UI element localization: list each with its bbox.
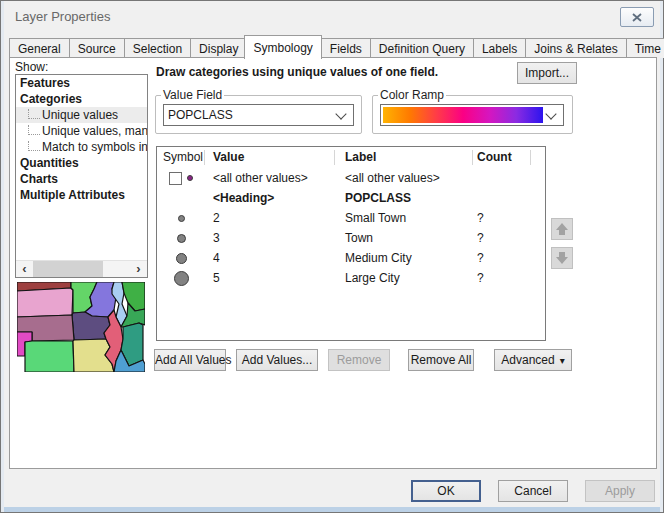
value-cell: 5	[205, 271, 335, 285]
tree-item-label: Quantities	[20, 156, 79, 170]
remove-button[interactable]: Remove	[328, 349, 390, 371]
values-table-row[interactable]: 4Medium City?	[157, 248, 545, 268]
point-symbol-swatch[interactable]	[177, 234, 186, 243]
tab-labels[interactable]: Labels	[473, 38, 526, 58]
show-item-match-to-symbols-in-a[interactable]: Match to symbols in a	[16, 139, 147, 155]
values-table-row[interactable]: 2Small Town?	[157, 208, 545, 228]
close-button[interactable]	[620, 7, 654, 27]
layer-preview-map	[17, 282, 145, 372]
tree-branch-icon	[28, 125, 40, 135]
label-cell: POPCLASS	[335, 191, 473, 205]
dropdown-arrow-icon: ▾	[560, 355, 565, 366]
tree-item-label: Unique values, many	[42, 124, 147, 138]
show-item-features[interactable]: Features	[16, 75, 147, 91]
tree-horizontal-scrollbar[interactable]: ‹ ›	[16, 260, 147, 277]
color-ramp-combobox[interactable]	[380, 104, 564, 126]
point-symbol-swatch[interactable]	[178, 215, 185, 222]
value-cell: 3	[205, 231, 335, 245]
tab-strip: GeneralSourceSelectionDisplaySymbologyFi…	[9, 34, 655, 58]
symbol-cell	[157, 234, 205, 243]
title-bar[interactable]: Layer Properties	[5, 1, 659, 31]
symbol-cell	[157, 271, 205, 286]
move-down-button[interactable]	[551, 247, 573, 269]
show-tree-list: FeaturesCategoriesUnique valuesUnique va…	[15, 74, 148, 278]
map-region-michigan	[122, 282, 145, 311]
show-item-categories[interactable]: Categories	[16, 91, 147, 107]
show-item-quantities[interactable]: Quantities	[16, 155, 147, 171]
show-item-multiple-attributes[interactable]: Multiple Attributes	[16, 187, 147, 203]
point-symbol-swatch[interactable]	[174, 271, 189, 286]
tree-branch-icon	[28, 141, 40, 151]
tab-definition-query[interactable]: Definition Query	[370, 38, 474, 58]
tab-selection[interactable]: Selection	[124, 38, 191, 58]
show-item-charts[interactable]: Charts	[16, 171, 147, 187]
value-cell: 4	[205, 251, 335, 265]
tab-display[interactable]: Display	[190, 38, 247, 58]
close-icon	[632, 13, 642, 22]
value-cell: <Heading>	[205, 191, 335, 205]
remove-all-button[interactable]: Remove All	[408, 349, 474, 371]
value-field-legend: Value Field	[161, 88, 224, 102]
apply-button[interactable]: Apply	[585, 480, 655, 502]
scrollbar-track[interactable]	[33, 261, 130, 277]
color-ramp-swatch	[383, 107, 543, 123]
page-heading: Draw categories using unique values of o…	[156, 65, 506, 79]
tree-item-label: Multiple Attributes	[20, 188, 125, 202]
show-item-unique-values[interactable]: Unique values	[16, 107, 147, 123]
map-region-kansas	[25, 341, 74, 372]
tab-joins-relates[interactable]: Joins & Relates	[525, 38, 626, 58]
tree-item-label: Charts	[20, 172, 58, 186]
tab-fields[interactable]: Fields	[321, 38, 371, 58]
cancel-button[interactable]: Cancel	[498, 480, 568, 502]
symbol-cell	[157, 253, 205, 264]
column-header-count: Count	[473, 150, 531, 165]
color-ramp-legend: Color Ramp	[378, 88, 446, 102]
column-header-symbol: Symbol	[157, 150, 205, 165]
scroll-left-icon[interactable]: ‹	[16, 261, 33, 277]
values-table-row[interactable]: 3Town?	[157, 228, 545, 248]
values-table-row[interactable]: <all other values><all other values>	[157, 168, 545, 188]
value-field-combobox[interactable]: POPCLASS	[163, 104, 354, 126]
point-symbol-swatch[interactable]	[176, 253, 187, 264]
value-field-group: Value Field POPCLASS	[155, 88, 362, 134]
move-up-button[interactable]	[551, 218, 573, 240]
column-header-value: Value	[205, 150, 335, 165]
import-button[interactable]: Import...	[517, 62, 577, 84]
arrow-up-stem	[559, 230, 565, 235]
tab-time[interactable]: Time	[626, 38, 664, 58]
show-item-unique-values-many[interactable]: Unique values, many	[16, 123, 147, 139]
scroll-right-icon[interactable]: ›	[130, 261, 147, 277]
tree-item-label: Categories	[20, 92, 82, 106]
label-cell: Small Town	[335, 211, 473, 225]
tree-item-label: Features	[20, 76, 70, 90]
scrollbar-thumb[interactable]	[33, 261, 103, 277]
layer-properties-dialog: Layer Properties GeneralSourceSelectionD…	[0, 0, 664, 513]
add-values-button[interactable]: Add Values...	[236, 349, 318, 371]
map-region-south-dakota	[17, 288, 73, 317]
symbol-cell	[157, 172, 205, 185]
arrow-up-icon	[556, 223, 568, 230]
advanced-button-label: Advanced	[501, 353, 554, 367]
values-table-row[interactable]: <Heading>POPCLASS	[157, 188, 545, 208]
add-values-button-label: Add Values...	[242, 353, 313, 367]
color-ramp-group: Color Ramp	[372, 88, 573, 134]
map-region-iowa	[72, 312, 110, 340]
values-table-row[interactable]: 5Large City?	[157, 268, 545, 288]
point-symbol-swatch[interactable]	[187, 175, 193, 181]
value-cell: 2	[205, 211, 335, 225]
value-checkbox[interactable]	[169, 172, 182, 185]
tab-symbology[interactable]: Symbology	[244, 35, 321, 59]
tab-general[interactable]: General	[9, 38, 70, 58]
ok-button[interactable]: OK	[411, 480, 481, 502]
count-cell: ?	[473, 231, 531, 245]
count-cell: ?	[473, 271, 531, 285]
tree-item-label: Match to symbols in a	[42, 140, 147, 154]
label-cell: Large City	[335, 271, 473, 285]
symbol-cell	[157, 215, 205, 222]
add-all-values-button[interactable]: Add All Values	[154, 349, 226, 371]
tab-source[interactable]: Source	[69, 38, 125, 58]
tree-branch-icon	[28, 109, 40, 119]
advanced-button[interactable]: Advanced▾	[494, 349, 572, 371]
symbology-tab-page: Show: FeaturesCategoriesUnique valuesUni…	[9, 57, 657, 469]
value-field-selected: POPCLASS	[164, 108, 333, 122]
